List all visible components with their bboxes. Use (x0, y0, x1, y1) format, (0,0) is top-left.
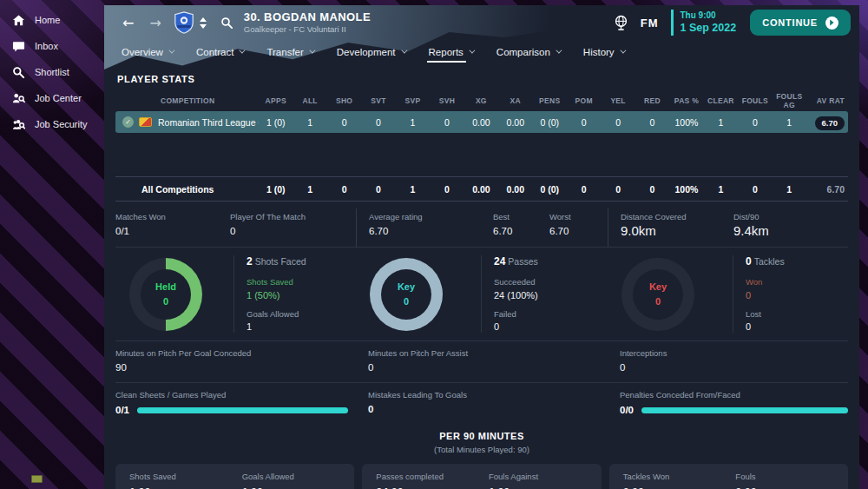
stat-cell: 0 (601, 117, 635, 128)
passes-donut-chart: Key 0 (370, 258, 443, 331)
stat-cell: 1 (293, 184, 326, 195)
per90-cards: Shots Saved 1.00 Goals Allowed 1.00 Pass… (115, 464, 848, 489)
mins-per-goal-stat: Minutes on Pitch Per Goal Conceded 90 (115, 340, 356, 382)
sidebar-item-home[interactable]: Home (0, 7, 104, 33)
club-badge-icon[interactable] (174, 11, 194, 34)
stat-cell: 0.00 (498, 184, 532, 195)
column-header-avrat[interactable]: AV RAT (806, 96, 848, 105)
clean-sheets-progress-bar (137, 407, 348, 413)
tackles-won-stat: Won 0 (746, 277, 785, 301)
game-datetime: Thu 9:00 1 Sep 2022 (671, 10, 737, 35)
column-header[interactable]: ALL (293, 96, 326, 105)
column-header[interactable]: RED (635, 96, 669, 105)
fm-logo: FM (641, 17, 659, 30)
summary-mid-row: Minutes on Pitch Per Goal Conceded 90 Mi… (115, 340, 848, 382)
best-rating-stat: Best 6.70 (493, 213, 549, 239)
tab-transfer[interactable]: Transfer (266, 40, 312, 63)
back-arrow-icon[interactable]: ← (115, 15, 141, 31)
tab-reports[interactable]: Reports (429, 40, 473, 63)
fm-app-window: Home Inbox Shortlist Job Center Job Secu… (0, 0, 868, 489)
column-header[interactable]: XA (498, 96, 532, 105)
game-date: 1 Sep 2022 (681, 21, 737, 35)
donut-row: Held 0 2Shots Faced Shots Saved 1 (50%) … (115, 247, 848, 341)
competition-row[interactable]: ✓ Romanian Third League Gro... 1 (0) 1 0… (115, 111, 848, 133)
stat-cell: 1 (704, 184, 738, 195)
column-header[interactable]: POM (567, 96, 601, 105)
per90-goals-allowed: Goals Allowed 1.00 (242, 472, 355, 489)
tackles-panel: Key 0 0Tackles Won 0 Lost 0 (608, 247, 848, 341)
column-header[interactable]: PAS % (669, 96, 703, 105)
per90-fouls-against: Fouls Against 1.00 (489, 472, 602, 489)
continue-button[interactable]: CONTINUE (750, 10, 851, 36)
sidebar: Home Inbox Shortlist Job Center Job Secu… (0, 7, 104, 137)
sidebar-item-label: Job Security (35, 119, 88, 129)
stat-cell: 0 (327, 117, 361, 128)
stat-cell: 0 (738, 117, 772, 128)
per90-card-passing: Passes completed 24.00 Fouls Against 1.0… (362, 464, 601, 489)
stat-cell: 0 (601, 184, 635, 195)
tab-contract[interactable]: Contract (196, 40, 243, 63)
job-security-icon (11, 117, 25, 131)
shots-faced-panel: Held 0 2Shots Faced Shots Saved 1 (50%) … (115, 247, 356, 341)
chevron-down-icon (240, 48, 246, 54)
distance-covered-stat: Distance Covered 9.0km (621, 213, 733, 239)
tackles-donut-chart: Key 0 (621, 258, 694, 331)
stat-cell: 0.00 (464, 184, 498, 195)
tab-comparison[interactable]: Comparison (496, 40, 560, 63)
chevron-down-icon (556, 48, 562, 54)
rating-badge: 6.70 (815, 116, 845, 130)
column-header[interactable]: FOULS AG (773, 92, 806, 109)
column-header[interactable]: APPS (259, 96, 293, 105)
sidebar-item-inbox[interactable]: Inbox (0, 33, 104, 59)
stat-cell: 0 (635, 184, 669, 195)
tab-overview[interactable]: Overview (122, 40, 173, 63)
stats-table-header: COMPETITION APPS ALL SHO SVT SVP SVH XG … (115, 92, 848, 109)
stat-cell: 100% (669, 184, 703, 195)
column-header[interactable]: SVP (396, 96, 430, 105)
column-header-competition[interactable]: COMPETITION (115, 96, 259, 105)
average-rating-stat: Average rating 6.70 (369, 213, 493, 239)
tab-development[interactable]: Development (337, 40, 405, 63)
main-panel: ← → 30. BOGDAN MANOLE Goalkeeper - FC Vo… (104, 5, 859, 489)
column-header[interactable]: PENS (533, 96, 567, 105)
report-content: PLAYER STATS COMPETITION APPS ALL SHO SV… (104, 74, 859, 489)
chevron-down-icon (401, 48, 407, 54)
passes-failed-stat: Failed 0 (494, 309, 538, 334)
column-header[interactable]: SHO (327, 96, 361, 105)
continue-arrow-icon (825, 17, 838, 30)
sidebar-item-label: Inbox (35, 41, 58, 51)
magnifier-icon (11, 65, 25, 79)
club-switcher-chevrons[interactable] (200, 17, 207, 29)
sidebar-item-job-security[interactable]: Job Security (0, 111, 104, 137)
sidebar-item-label: Home (35, 15, 60, 25)
stat-cell: 0 (567, 117, 601, 128)
chevron-down-icon (620, 48, 626, 54)
desktop-indicator-icon (31, 475, 43, 483)
stat-cell: 0 (361, 117, 395, 128)
per90-fouls: Fouls 0.00 (735, 472, 848, 489)
game-time: Thu 9:00 (681, 10, 737, 21)
column-header[interactable]: FOULS (738, 96, 772, 105)
chevron-down-icon (168, 48, 174, 54)
search-icon[interactable] (220, 17, 233, 30)
continue-label: CONTINUE (762, 17, 818, 28)
column-header[interactable]: YEL (601, 96, 635, 105)
column-header[interactable]: SVH (430, 96, 464, 105)
per90-card-defending: Tackles Won 0.00 Fouls 0.00 (609, 464, 848, 489)
tab-history[interactable]: History (583, 40, 624, 63)
column-header[interactable]: XG (464, 96, 498, 105)
shots-held-donut-chart: Held 0 (129, 258, 202, 331)
title-bar: ← → 30. BOGDAN MANOLE Goalkeeper - FC Vo… (104, 5, 859, 40)
tackles-lost-stat: Lost 0 (746, 309, 785, 334)
sidebar-item-shortlist[interactable]: Shortlist (0, 59, 104, 85)
globe-icon[interactable] (614, 15, 628, 31)
sidebar-item-job-center[interactable]: Job Center (0, 85, 104, 111)
column-header[interactable]: SVT (361, 96, 395, 105)
stat-cell: 0 (738, 184, 772, 195)
stat-cell: 0 (567, 184, 601, 195)
total-label: All Competitions (115, 184, 259, 195)
forward-arrow-icon[interactable]: → (141, 15, 168, 31)
tackles-headline: 0Tackles (746, 255, 785, 268)
matches-won-stat: Matches Won 0/1 (115, 213, 230, 239)
column-header[interactable]: CLEAR (704, 96, 738, 105)
